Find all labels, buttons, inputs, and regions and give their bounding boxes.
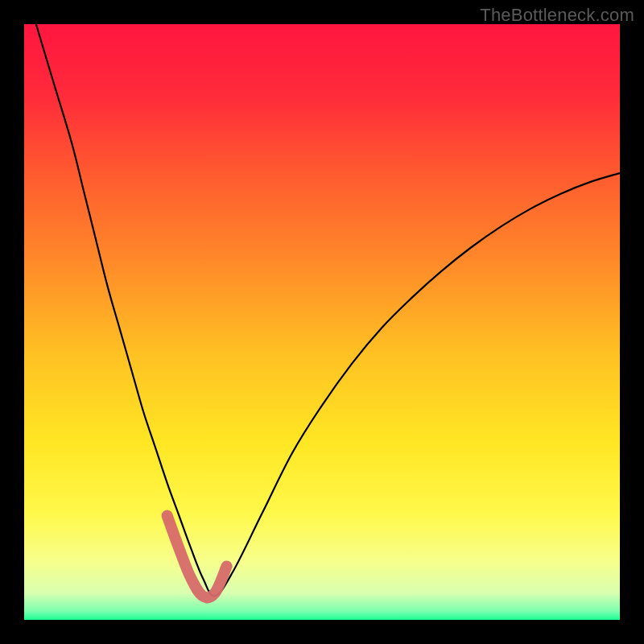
gradient-background xyxy=(24,24,620,620)
watermark-text: TheBottleneck.com xyxy=(480,5,634,26)
plot-area xyxy=(24,24,620,620)
chart-frame: TheBottleneck.com xyxy=(0,0,644,644)
bottleneck-chart xyxy=(24,24,620,620)
